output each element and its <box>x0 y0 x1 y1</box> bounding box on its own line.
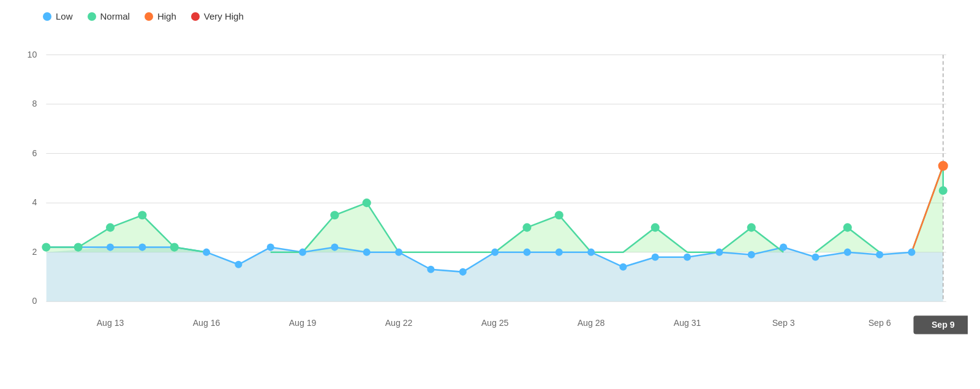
y-label-4: 4 <box>32 197 37 207</box>
legend-label-high: High <box>157 11 176 21</box>
normal-dot <box>74 243 83 252</box>
chart-legend: Low Normal High Very High <box>12 6 968 31</box>
legend-dot-high <box>145 12 153 21</box>
x-label-aug25: Aug 25 <box>481 318 509 328</box>
low-dot <box>395 249 402 256</box>
normal-dot <box>522 223 531 232</box>
low-dot <box>107 244 114 251</box>
low-dot <box>684 254 691 261</box>
low-dot <box>427 266 434 273</box>
legend-label-very-high: Very High <box>204 11 244 21</box>
x-label-aug28: Aug 28 <box>578 318 605 328</box>
legend-item-low: Low <box>43 11 73 21</box>
low-dot <box>363 249 371 256</box>
y-label-2: 2 <box>32 247 37 257</box>
low-dot <box>812 254 819 261</box>
x-label-aug31: Aug 31 <box>674 318 701 328</box>
x-label-aug22: Aug 22 <box>385 318 413 328</box>
x-label-sep3: Sep 3 <box>772 318 795 328</box>
legend-item-high: High <box>145 11 176 21</box>
legend-label-normal: Normal <box>100 11 130 21</box>
chart-area: 0 2 4 6 8 10 <box>12 31 968 350</box>
low-dot <box>587 249 595 256</box>
normal-dot <box>651 223 660 232</box>
low-dot <box>491 249 499 256</box>
low-dot <box>844 249 851 256</box>
x-label-sep9: Sep 9 <box>932 320 955 330</box>
low-dot <box>459 268 467 276</box>
low-dot <box>299 249 306 256</box>
x-label-aug13: Aug 13 <box>97 318 124 328</box>
low-dot <box>908 249 915 256</box>
normal-dot <box>42 243 50 252</box>
low-dot <box>715 249 723 256</box>
normal-fill-area-3 <box>399 215 591 252</box>
normal-dot <box>843 223 852 232</box>
low-dot <box>138 244 146 251</box>
low-dot <box>652 254 659 261</box>
normal-dot <box>747 223 756 232</box>
normal-dot <box>363 198 371 207</box>
normal-dot <box>330 211 339 219</box>
low-dot <box>556 249 563 256</box>
low-dot <box>203 249 210 256</box>
x-label-aug16: Aug 16 <box>193 318 221 328</box>
x-label-sep6: Sep 6 <box>869 318 891 328</box>
low-dot <box>523 249 530 256</box>
legend-item-very-high: Very High <box>191 11 244 21</box>
y-label-0: 0 <box>32 296 37 306</box>
normal-dot <box>555 211 564 219</box>
normal-dot <box>138 211 146 219</box>
legend-item-normal: Normal <box>88 11 130 21</box>
low-dot <box>267 244 274 251</box>
chart-svg: 0 2 4 6 8 10 <box>12 31 968 350</box>
normal-dot <box>106 223 115 232</box>
low-dot <box>235 261 242 268</box>
x-label-aug19: Aug 19 <box>289 318 317 328</box>
y-label-8: 8 <box>32 99 37 108</box>
legend-label-low: Low <box>56 11 73 21</box>
normal-dot <box>170 243 179 252</box>
low-dot <box>748 251 755 259</box>
low-dot <box>876 251 883 259</box>
high-dot <box>938 161 948 171</box>
legend-dot-very-high <box>191 12 200 21</box>
legend-dot-normal <box>88 12 96 21</box>
y-label-10: 10 <box>28 50 37 59</box>
normal-dot <box>939 186 948 195</box>
low-dot <box>619 263 627 271</box>
low-dot <box>780 244 787 251</box>
y-label-6: 6 <box>32 148 37 158</box>
legend-dot-low <box>43 12 51 21</box>
low-dot <box>331 244 338 251</box>
chart-container: Low Normal High Very High <box>0 0 980 389</box>
